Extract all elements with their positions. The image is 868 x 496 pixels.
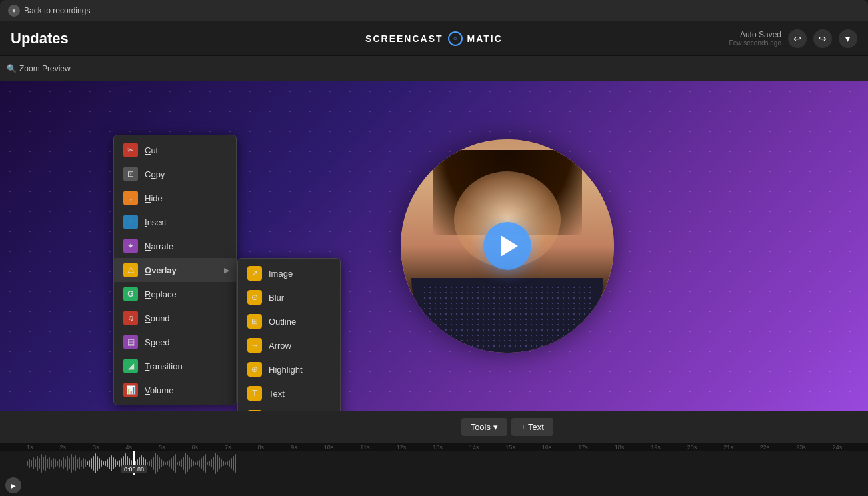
speed-icon: ▤ (123, 335, 138, 349)
insert-icon: ↑ (123, 215, 138, 229)
highlight-label: Highlight (269, 365, 303, 375)
search-icon: 🔍 (7, 64, 17, 73)
menu-item-sound[interactable]: ♫ Sound (114, 306, 236, 330)
transition-label: Transition (145, 361, 183, 371)
submenu-blur[interactable]: ⊙ Blur (238, 285, 340, 309)
cut-icon: ✂ (123, 143, 138, 157)
tools-button[interactable]: Tools ▾ (461, 418, 507, 436)
hide-icon: ↓ (123, 191, 138, 205)
undo-button[interactable]: ↩ (788, 29, 807, 48)
timeline-play-button[interactable]: ▶ (5, 477, 21, 493)
more-button[interactable]: ▾ (839, 29, 857, 48)
menu-item-narrate[interactable]: ✦ Narrate (114, 234, 236, 258)
transition-icon: ◢ (123, 359, 138, 373)
overlay-icon: ⚠ (123, 263, 138, 277)
sound-icon: ♫ (123, 311, 138, 325)
outline-icon: ⊞ (247, 314, 262, 329)
copy-label: Copy (145, 169, 165, 179)
volume-icon: 📊 (123, 383, 138, 397)
timeline-ruler: 1s2s 3s4s 5s6s 7s8s 9s10s 11s12s 13s14s … (0, 443, 868, 451)
auto-saved-status: Auto Saved Few seconds ago (729, 30, 781, 47)
zoom-preview: 🔍 Zoom Preview (7, 64, 71, 73)
replace-icon: G (123, 287, 138, 301)
context-menu: ✂ Cut ⊡ Copy ↓ Hide ↑ Insert ✦ Narrate (113, 135, 237, 405)
shirt-pattern (422, 285, 593, 349)
text-label: Text (269, 389, 285, 399)
main-layout: 🔍 Zoom Preview 📷 (0, 56, 868, 496)
menu-item-replace[interactable]: G Replace (114, 282, 236, 306)
image-icon: ↗ (247, 266, 262, 281)
title-bar: ● Back to recordings (0, 0, 868, 21)
submenu-arrow[interactable]: → Arrow (238, 333, 340, 357)
overlay-submenu: ↗ Image ⊙ Blur ⊞ Outline → (237, 258, 341, 411)
play-button[interactable] (483, 222, 531, 270)
header-right: Auto Saved Few seconds ago ↩ ↪ ▾ (575, 29, 857, 48)
menu-item-hide[interactable]: ↓ Hide (114, 186, 236, 210)
overlay-label: Overlay (145, 265, 177, 275)
text-icon: T (247, 386, 262, 401)
menu-item-cut[interactable]: ✂ Cut (114, 138, 236, 162)
arrow-label: Arrow (269, 341, 291, 351)
bottom-toolbar: Tools ▾ + Text (0, 411, 868, 443)
hide-label: Hide (145, 193, 163, 203)
submenu-paste[interactable]: ⊟ Paste (238, 405, 340, 411)
cut-label: Cut (145, 145, 158, 155)
menu-item-insert[interactable]: ↑ Insert (114, 210, 236, 234)
logo-left: SCREENCAST (365, 33, 443, 44)
highlight-icon: ⊕ (247, 362, 262, 377)
volume-label: Volume (145, 385, 173, 395)
insert-label: Insert (145, 217, 167, 227)
menu-item-volume[interactable]: 📊 Volume (114, 378, 236, 402)
replace-label: Replace (145, 289, 177, 299)
video-canvas[interactable]: 📷 ✂ Cut ⊡ Copy ↓ Hide ↑ Insert (0, 81, 868, 411)
image-label: Image (269, 269, 293, 279)
arrow-icon: → (247, 338, 262, 353)
editor-area: 🔍 Zoom Preview 📷 (0, 56, 868, 496)
submenu-image[interactable]: ↗ Image (238, 261, 340, 285)
sound-label: Sound (145, 313, 170, 323)
narrate-label: Narrate (145, 241, 173, 251)
add-text-button[interactable]: + Text (511, 418, 553, 436)
copy-icon: ⊡ (123, 167, 138, 181)
submenu-highlight[interactable]: ⊕ Highlight (238, 357, 340, 381)
logo-dot-icon: ○ (448, 31, 463, 46)
header: Updates SCREENCAST ○ MATIC Auto Saved Fe… (0, 21, 868, 56)
page-title: Updates (11, 30, 293, 47)
editor-toolbar: 🔍 Zoom Preview (0, 56, 868, 81)
logo: SCREENCAST ○ MATIC (293, 31, 575, 46)
back-icon: ● (8, 5, 20, 17)
speed-label: Speed (145, 337, 170, 347)
timeline: 1s2s 3s4s 5s6s 7s8s 9s10s 11s12s 13s14s … (0, 443, 868, 496)
overlay-arrow-icon: ▶ (224, 266, 229, 275)
menu-item-copy[interactable]: ⊡ Copy (114, 162, 236, 186)
logo-right: MATIC (467, 33, 503, 44)
playhead: 0:06.88 (133, 451, 135, 475)
submenu-text[interactable]: T Text (238, 381, 340, 405)
blur-label: Blur (269, 293, 284, 303)
outline-label: Outline (269, 317, 296, 327)
back-to-recordings[interactable]: ● Back to recordings (8, 5, 90, 17)
menu-item-overlay[interactable]: ⚠ Overlay ▶ ↗ Image ⊙ Blur (114, 258, 236, 282)
playhead-time: 0:06.88 (121, 465, 147, 473)
menu-item-transition[interactable]: ◢ Transition (114, 354, 236, 378)
timeline-track[interactable]: 0:06.88 .wb { display:inline-block; back… (0, 451, 868, 475)
narrate-icon: ✦ (123, 239, 138, 253)
submenu-outline[interactable]: ⊞ Outline (238, 309, 340, 333)
blur-icon: ⊙ (247, 290, 262, 305)
play-icon (501, 235, 518, 257)
timeline-controls: ▶ 🔍 (0, 475, 868, 496)
menu-item-speed[interactable]: ▤ Speed (114, 330, 236, 354)
redo-button[interactable]: ↪ (813, 29, 832, 48)
paste-icon: ⊟ (247, 410, 262, 411)
back-label: Back to recordings (24, 6, 90, 15)
